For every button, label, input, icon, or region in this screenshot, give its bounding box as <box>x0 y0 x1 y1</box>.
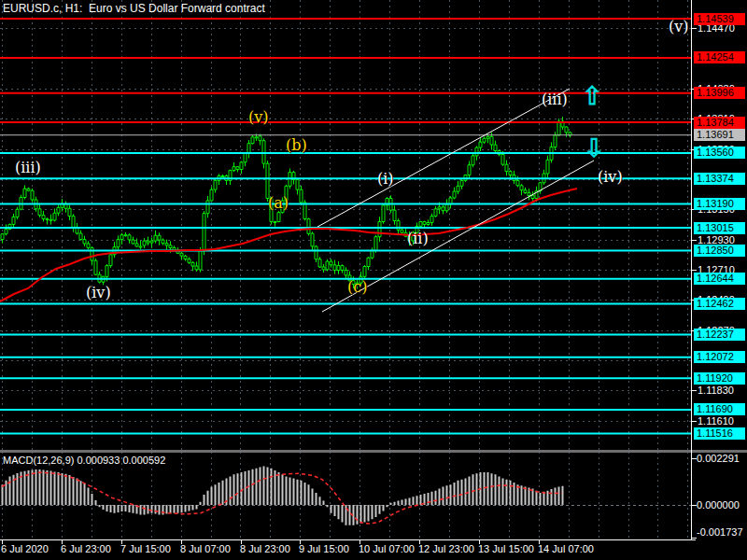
time-axis-label: 9 Jul 15:00 <box>299 543 349 554</box>
support-price-label: 1.13560 <box>694 147 745 159</box>
resistance-price-label: 1.14539 <box>694 13 745 25</box>
down-block-arrow[interactable]: ⇩ <box>584 136 605 161</box>
time-axis-label: 10 Jul 07:00 <box>359 543 415 554</box>
macd-histogram <box>3 467 563 525</box>
chart-title: EURUSD.c, H1: Euro vs US Dollar Forward … <box>3 2 265 15</box>
wave-label[interactable]: (iii) <box>542 92 568 107</box>
time-axis-label: 12 Jul 23:00 <box>418 543 474 554</box>
wave-label[interactable]: (iv) <box>598 170 623 185</box>
support-price-label: 1.12237 <box>694 329 745 341</box>
resistance-price-label: 1.13996 <box>694 87 745 99</box>
support-price-label: 1.11690 <box>694 403 745 415</box>
support-price-label: 1.12644 <box>694 273 745 285</box>
support-price-label: 1.13015 <box>694 222 745 234</box>
current-price-label: 1.13691 <box>694 129 745 141</box>
support-price-label: 1.11920 <box>694 372 745 385</box>
support-price-label: 1.12462 <box>694 298 745 310</box>
macd-scale-label: -0.001737 <box>697 526 743 538</box>
up-block-arrow[interactable]: ⇧ <box>582 84 603 109</box>
support-price-label: 1.11516 <box>694 427 745 440</box>
time-axis-label: 13 Jul 15:00 <box>478 543 534 554</box>
chart-window: EURUSD.c, H1: Euro vs US Dollar Forward … <box>0 0 747 560</box>
support-price-label: 1.13374 <box>694 173 745 185</box>
time-axis-label: 8 Jul 23:00 <box>240 543 290 554</box>
wave-label[interactable]: (v) <box>248 110 269 125</box>
resistance-price-label: 1.14254 <box>694 51 745 63</box>
support-price-label: 1.13190 <box>694 198 745 210</box>
axis-tick-label: 1.12930 <box>698 234 735 245</box>
time-axis-label: 6 Jul 2020 <box>1 543 49 554</box>
axis-tick-label: 1.11610 <box>698 415 734 427</box>
macd-scale-label: 0.002291 <box>697 453 740 464</box>
pane-separator[interactable] <box>0 450 747 453</box>
axis-tick-label: 1.11830 <box>698 385 734 396</box>
support-price-label: 1.12072 <box>694 351 745 363</box>
wave-label[interactable]: (a) <box>268 196 289 211</box>
wave-label[interactable]: (iii) <box>15 161 41 175</box>
wave-label[interactable]: (c) <box>347 280 367 295</box>
macd-scale-label: 0.000000 <box>697 499 740 511</box>
wave-label[interactable]: (iv) <box>86 286 111 301</box>
support-price-label: 1.12850 <box>694 245 745 257</box>
time-axis-label: 14 Jul 07:00 <box>538 543 594 554</box>
resistance-price-label: 1.13784 <box>694 117 745 129</box>
wave-label[interactable]: (v) <box>669 20 689 35</box>
wave-label[interactable]: (i) <box>377 172 394 187</box>
macd-indicator-label: MACD(12,26,9) 0.000933 0.000592 <box>3 455 165 466</box>
wave-label[interactable]: (ii) <box>407 231 429 246</box>
wave-label[interactable]: (b) <box>286 138 307 153</box>
price-chart-canvas[interactable] <box>0 0 747 560</box>
time-axis-label: 7 Jul 15:00 <box>120 543 171 554</box>
time-axis-label: 8 Jul 07:00 <box>180 543 231 554</box>
time-axis-label: 6 Jul 23:00 <box>61 543 111 554</box>
